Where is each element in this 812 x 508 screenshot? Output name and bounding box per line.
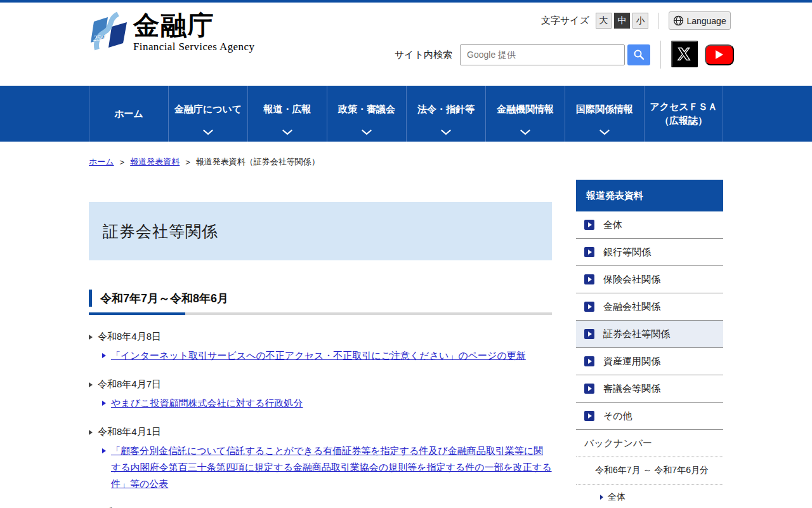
search-input[interactable] bbox=[460, 44, 625, 65]
chevron-down-icon bbox=[599, 130, 610, 135]
news-links: 「顧客分別金信託について信託することができる有価証券等を指定する件及び金融商品取… bbox=[89, 443, 552, 492]
nav-item-label: 金融機関情報 bbox=[497, 102, 554, 117]
chevron-down-icon bbox=[362, 130, 372, 135]
news-link-row: やまびこ投資顧問株式会社に対する行政処分 bbox=[102, 395, 552, 411]
nav-item-label: ホーム bbox=[114, 107, 143, 121]
sidebar-menu-item[interactable]: 金融会社関係 bbox=[576, 293, 723, 321]
section-accent-bar bbox=[89, 290, 92, 307]
nav-item[interactable]: 報道・広報 bbox=[247, 86, 327, 142]
chevron-down-icon bbox=[441, 130, 451, 135]
news-link[interactable]: やまびこ投資顧問株式会社に対する行政処分 bbox=[111, 395, 303, 411]
page-title: 証券会社等関係 bbox=[103, 221, 218, 242]
arrow-right-icon bbox=[102, 401, 106, 406]
nav-item[interactable]: 国際関係情報 bbox=[565, 86, 644, 142]
news-date: 令和8年4月7日 bbox=[98, 378, 161, 391]
x-icon bbox=[677, 46, 692, 62]
arrow-right-icon bbox=[89, 335, 93, 340]
news-link[interactable]: 「顧客分別金信託について信託することができる有価証券等を指定する件及び金融商品取… bbox=[111, 443, 552, 492]
news-date: 令和8年4月1日 bbox=[98, 426, 161, 438]
backnumber-sub-label: 全体 bbox=[608, 491, 625, 503]
sidebar-menu-item[interactable]: 資産運用関係 bbox=[576, 348, 723, 375]
news-group: 令和8年4月8日 「インターネット取引サービスへの不正アクセス・不正取引にご注意… bbox=[89, 331, 552, 364]
arrow-right-icon bbox=[600, 495, 603, 500]
arrow-right-icon bbox=[102, 353, 106, 358]
section-title: 令和7年7月～令和8年6月 bbox=[100, 291, 228, 306]
sidebar-menu: 全体 銀行等関係 保険会社関係 金融会社関係 証券会社等関係 資産運用関係 審議… bbox=[576, 211, 723, 430]
font-size-small-button[interactable]: 小 bbox=[632, 13, 648, 29]
sidebar-item-label: 証券会社等関係 bbox=[603, 328, 670, 340]
svg-text:25th: 25th bbox=[93, 34, 107, 43]
site-search-label: サイト内検索 bbox=[395, 49, 452, 61]
arrow-right-square-icon bbox=[584, 302, 594, 312]
breadcrumb-separator: > bbox=[185, 157, 190, 167]
arrow-right-square-icon bbox=[584, 329, 594, 339]
news-links: やまびこ投資顧問株式会社に対する行政処分 bbox=[89, 395, 552, 411]
fsa-homepage: 25th 金融庁 Financial Services Agency 文字サイズ… bbox=[0, 0, 812, 508]
fsa-logo[interactable]: 25th 金融庁 Financial Services Agency bbox=[89, 11, 254, 55]
arrow-right-square-icon bbox=[584, 274, 594, 284]
chevron-down-icon bbox=[203, 130, 213, 135]
globe-icon bbox=[673, 15, 684, 26]
header-divider bbox=[660, 41, 661, 69]
arrow-right-icon bbox=[89, 430, 93, 435]
font-size-large-button[interactable]: 大 bbox=[596, 13, 612, 29]
youtube-button[interactable] bbox=[705, 44, 734, 65]
news-group: 令和8年4月1日 「顧客分別金信託について信託することができる有価証券等を指定す… bbox=[89, 426, 552, 492]
breadcrumb-separator: > bbox=[120, 157, 125, 167]
nav-item-label: 政策・審議会 bbox=[338, 102, 395, 117]
nav-item[interactable]: 金融庁について bbox=[168, 86, 247, 142]
breadcrumb-link[interactable]: ホーム bbox=[89, 156, 114, 168]
breadcrumb-current: 報道発表資料（証券会社等関係） bbox=[196, 156, 320, 168]
sidebar-item-label: 銀行等関係 bbox=[603, 246, 651, 258]
chevron-down-icon bbox=[282, 130, 292, 135]
arrow-right-square-icon bbox=[584, 356, 594, 366]
news-link-row: 「インターネット取引サービスへの不正アクセス・不正取引にご注意ください」のページ… bbox=[102, 347, 552, 364]
nav-item[interactable]: ホーム bbox=[89, 86, 168, 142]
breadcrumb: ホーム>報道発表資料>報道発表資料（証券会社等関係） bbox=[89, 156, 320, 168]
arrow-right-icon bbox=[102, 448, 106, 453]
x-social-button[interactable] bbox=[671, 41, 698, 67]
nav-item-label: 金融庁について bbox=[174, 102, 242, 117]
language-button[interactable]: Language bbox=[669, 11, 731, 30]
logo-subtitle: Financial Services Agency bbox=[133, 41, 254, 53]
sidebar-item-label: 審議会等関係 bbox=[603, 383, 660, 395]
nav-item-label: アクセスＦＳＡ （広報誌） bbox=[650, 100, 717, 128]
backnumber-heading: バックナンバー bbox=[576, 430, 723, 457]
fsa-logo-mark-icon: 25th bbox=[89, 11, 129, 55]
language-label: Language bbox=[686, 16, 726, 26]
font-size-label: 文字サイズ bbox=[541, 15, 589, 27]
sidebar-menu-item[interactable]: 全体 bbox=[576, 211, 723, 239]
news-group: 令和8年4月7日 やまびこ投資顧問株式会社に対する行政処分 bbox=[89, 378, 552, 411]
news-list: 令和8年4月8日 「インターネット取引サービスへの不正アクセス・不正取引にご注意… bbox=[89, 331, 552, 508]
breadcrumb-link[interactable]: 報道発表資料 bbox=[130, 156, 180, 168]
news-links: 「インターネット取引サービスへの不正アクセス・不正取引にご注意ください」のページ… bbox=[89, 347, 552, 364]
top-accent-bar bbox=[0, 0, 812, 3]
backnumber-sub-link[interactable]: 全体 bbox=[576, 485, 723, 508]
search-button[interactable] bbox=[627, 44, 650, 65]
nav-item-label: 国際関係情報 bbox=[576, 102, 633, 117]
arrow-right-square-icon bbox=[584, 247, 594, 257]
nav-item[interactable]: 法令・指針等 bbox=[406, 86, 485, 142]
sidebar-menu-item[interactable]: その他 bbox=[576, 403, 723, 430]
nav-item[interactable]: 政策・審議会 bbox=[327, 86, 406, 142]
header-controls: 文字サイズ 大 中 小 Language bbox=[541, 11, 731, 30]
search-icon bbox=[633, 49, 645, 60]
sidebar-menu-item[interactable]: 保険会社関係 bbox=[576, 266, 723, 293]
sidebar-menu-item[interactable]: 証券会社等関係 bbox=[576, 321, 723, 348]
chevron-down-icon bbox=[520, 130, 530, 135]
sidebar-menu-item[interactable]: 銀行等関係 bbox=[576, 239, 723, 266]
sidebar-menu-item[interactable]: 審議会等関係 bbox=[576, 375, 723, 403]
sidebar-item-label: 全体 bbox=[603, 219, 622, 231]
nav-item[interactable]: 金融機関情報 bbox=[485, 86, 565, 142]
backnumber-period-link[interactable]: 令和6年7月 ～ 令和7年6月分 bbox=[576, 457, 723, 485]
font-size-medium-button[interactable]: 中 bbox=[614, 13, 630, 29]
sidebar-title: 報道発表資料 bbox=[576, 180, 723, 211]
logo-title: 金融庁 bbox=[133, 11, 254, 40]
news-link[interactable]: 「インターネット取引サービスへの不正アクセス・不正取引にご注意ください」のページ… bbox=[111, 347, 526, 364]
nav-item[interactable]: アクセスＦＳＡ （広報誌） bbox=[644, 86, 723, 142]
news-link-row: 「顧客分別金信託について信託することができる有価証券等を指定する件及び金融商品取… bbox=[102, 443, 552, 492]
youtube-play-icon bbox=[716, 50, 723, 59]
page-title-box: 証券会社等関係 bbox=[89, 202, 552, 260]
news-date: 令和8年4月8日 bbox=[98, 331, 161, 343]
nav-item-label: 報道・広報 bbox=[264, 102, 311, 117]
